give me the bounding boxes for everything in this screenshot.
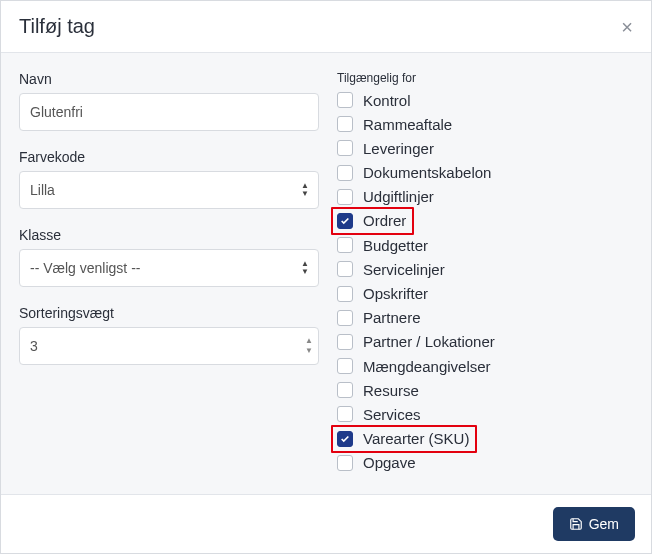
checkbox-row[interactable]: Partnere: [337, 307, 633, 329]
form-left-column: Navn Farvekode Klasse Sorteringsvægt: [19, 71, 319, 484]
checkbox-label[interactable]: Partnere: [363, 309, 421, 326]
name-label: Navn: [19, 71, 319, 87]
checkbox-label[interactable]: Services: [363, 406, 421, 423]
checkbox-label[interactable]: Budgetter: [363, 237, 428, 254]
checkbox-label[interactable]: Udgiftlinjer: [363, 188, 434, 205]
checkbox-row[interactable]: Resurse: [337, 379, 633, 401]
checkbox[interactable]: [337, 455, 353, 471]
checkbox-row[interactable]: Leveringer: [337, 137, 633, 159]
sortweight-input[interactable]: [19, 327, 319, 365]
checkbox[interactable]: [337, 237, 353, 253]
modal-footer: Gem: [1, 494, 651, 553]
checkbox-row[interactable]: Rammeaftale: [337, 113, 633, 135]
modal-body: Navn Farvekode Klasse Sorteringsvægt: [1, 53, 651, 494]
checkbox-row[interactable]: Varearter (SKU): [337, 428, 633, 450]
modal-title: Tilføj tag: [19, 15, 95, 38]
checkbox-label[interactable]: Leveringer: [363, 140, 434, 157]
checkbox[interactable]: [337, 92, 353, 108]
checkbox-row[interactable]: Servicelinjer: [337, 258, 633, 280]
checkbox-row[interactable]: Mængdeangivelser: [337, 355, 633, 377]
checkbox-row[interactable]: Services: [337, 403, 633, 425]
checkbox-row[interactable]: Ordrer: [337, 210, 633, 232]
checkbox[interactable]: [337, 431, 353, 447]
check-icon: [340, 434, 350, 444]
checkbox[interactable]: [337, 165, 353, 181]
sortweight-label: Sorteringsvægt: [19, 305, 319, 321]
checkbox[interactable]: [337, 358, 353, 374]
checkbox-row[interactable]: Dokumentskabelon: [337, 162, 633, 184]
modal-header: Tilføj tag ×: [1, 1, 651, 53]
save-button[interactable]: Gem: [553, 507, 635, 541]
checkbox-label[interactable]: Resurse: [363, 382, 419, 399]
checkbox-label[interactable]: Opgave: [363, 454, 416, 471]
colorcode-label: Farvekode: [19, 149, 319, 165]
checkbox[interactable]: [337, 334, 353, 350]
class-label: Klasse: [19, 227, 319, 243]
checkbox-label[interactable]: Opskrifter: [363, 285, 428, 302]
checkbox-label[interactable]: Mængdeangivelser: [363, 358, 491, 375]
checkbox-label[interactable]: Dokumentskabelon: [363, 164, 491, 181]
checkbox-label[interactable]: Kontrol: [363, 92, 411, 109]
checkbox-row[interactable]: Opgave: [337, 452, 633, 474]
check-icon: [340, 216, 350, 226]
checkbox[interactable]: [337, 286, 353, 302]
checkbox-row[interactable]: Partner / Lokationer: [337, 331, 633, 353]
close-icon[interactable]: ×: [621, 17, 633, 37]
checkbox-row[interactable]: Kontrol: [337, 89, 633, 111]
checkbox[interactable]: [337, 213, 353, 229]
class-select[interactable]: [19, 249, 319, 287]
colorcode-select[interactable]: [19, 171, 319, 209]
checkbox-label[interactable]: Servicelinjer: [363, 261, 445, 278]
class-group: Klasse: [19, 227, 319, 287]
checkbox-label[interactable]: Varearter (SKU): [363, 430, 469, 447]
modal: Tilføj tag × Navn Farvekode Klasse: [0, 0, 652, 554]
checkbox-label[interactable]: Partner / Lokationer: [363, 333, 495, 350]
colorcode-group: Farvekode: [19, 149, 319, 209]
checkbox[interactable]: [337, 116, 353, 132]
name-group: Navn: [19, 71, 319, 131]
checkbox[interactable]: [337, 189, 353, 205]
checkbox-list-wrap: KontrolRammeaftaleLeveringerDokumentskab…: [337, 89, 633, 474]
checkbox[interactable]: [337, 140, 353, 156]
available-for-label: Tilgængelig for: [337, 71, 633, 85]
save-button-label: Gem: [589, 516, 619, 532]
checkbox[interactable]: [337, 406, 353, 422]
checkbox[interactable]: [337, 261, 353, 277]
checkbox-label[interactable]: Rammeaftale: [363, 116, 452, 133]
checkbox[interactable]: [337, 382, 353, 398]
sortweight-group: Sorteringsvægt: [19, 305, 319, 365]
name-input[interactable]: [19, 93, 319, 131]
checkbox-row[interactable]: Budgetter: [337, 234, 633, 256]
available-for-column: Tilgængelig for KontrolRammeaftaleLeveri…: [337, 71, 633, 484]
checkbox-label[interactable]: Ordrer: [363, 212, 406, 229]
save-icon: [569, 517, 583, 531]
checkbox-row[interactable]: Udgiftlinjer: [337, 186, 633, 208]
checkbox[interactable]: [337, 310, 353, 326]
checkbox-row[interactable]: Opskrifter: [337, 283, 633, 305]
checkbox-list: KontrolRammeaftaleLeveringerDokumentskab…: [337, 89, 633, 474]
